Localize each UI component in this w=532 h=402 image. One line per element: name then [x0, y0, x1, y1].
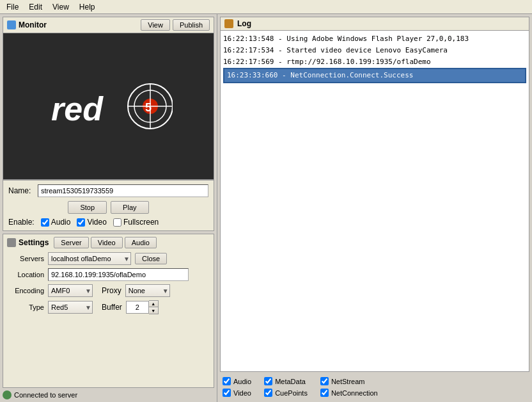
tab-audio[interactable]: Audio: [125, 237, 157, 248]
audio-checkbox[interactable]: [41, 218, 49, 227]
publish-button[interactable]: Publish: [173, 19, 210, 31]
video-checkbox[interactable]: [77, 218, 85, 227]
encoding-label: Encoding: [7, 287, 44, 294]
app-menu-edit[interactable]: Edit: [25, 3, 46, 12]
fullscreen-checkbox[interactable]: [113, 218, 121, 227]
metadata-label: MetaData: [275, 378, 306, 385]
video-bottom-label: Video: [233, 389, 251, 397]
name-input[interactable]: [38, 184, 208, 197]
video-cb-item: Video: [223, 389, 251, 397]
log-content[interactable]: 16:22:13:548 - Using Adobe Windows Flash…: [220, 30, 529, 372]
main-layout: Monitor View Publish red 5: [0, 14, 532, 402]
netconnection-cb-item: NetConnection: [320, 389, 378, 397]
left-panel: Monitor View Publish red 5: [0, 14, 217, 402]
log-entry: 16:22:13:548 - Using Adobe Windows Flash…: [223, 33, 526, 45]
close-button[interactable]: Close: [135, 253, 167, 264]
netconnection-checkbox[interactable]: [320, 389, 329, 397]
cuepoints-checkbox[interactable]: [264, 389, 272, 397]
monitor-buttons: View Publish: [141, 19, 210, 31]
monitor-canvas: red 5: [3, 33, 214, 180]
monitor-header: Monitor View Publish: [3, 17, 214, 33]
settings-label: Settings: [19, 238, 49, 247]
netstream-checkbox[interactable]: [320, 377, 329, 385]
checkbox-group-col3: NetStream NetConnection: [320, 377, 378, 397]
svg-text:5: 5: [145, 101, 152, 114]
spinner-down-button[interactable]: ▼: [149, 307, 158, 314]
settings-icon: [7, 238, 16, 247]
type-dropdown-wrap: Red5 ▼: [48, 301, 93, 314]
location-input[interactable]: [48, 268, 189, 281]
encoding-dropdown[interactable]: AMF0: [48, 284, 93, 297]
controls-section: Name: Stop Play Enable: Audio Video: [3, 180, 214, 231]
proxy-label: Proxy: [102, 286, 121, 295]
log-entry: 16:22:17:534 - Started video device Leno…: [223, 45, 526, 56]
enable-label: Enable:: [8, 218, 35, 227]
log-title: Log: [237, 19, 251, 28]
audio-cb-item: Audio: [223, 377, 251, 385]
status-text: Connected to server: [14, 391, 77, 399]
play-button[interactable]: Play: [111, 201, 148, 214]
audio-bottom-checkbox[interactable]: [223, 377, 231, 385]
type-buffer-row: Type Red5 ▼ Buffer ▲ ▼: [7, 300, 210, 314]
right-panel: Log 16:22:13:548 - Using Adobe Windows F…: [217, 14, 532, 402]
enable-row: Enable: Audio Video Fullscreen: [8, 218, 208, 227]
app-menu-help[interactable]: Help: [75, 3, 99, 12]
status-bar: Connected to server: [3, 390, 214, 399]
svg-text:red: red: [51, 90, 104, 127]
fullscreen-label: Fullscreen: [123, 218, 159, 227]
servers-dropdown-wrap: localhost oflaDemo ▼: [48, 252, 131, 265]
audio-label: Audio: [51, 218, 71, 227]
buffer-input[interactable]: [126, 301, 149, 314]
cuepoints-cb-item: CuePoints: [264, 389, 308, 397]
proxy-dropdown[interactable]: None: [125, 284, 170, 297]
location-label: Location: [7, 271, 44, 278]
metadata-checkbox[interactable]: [264, 377, 272, 385]
tab-video[interactable]: Video: [91, 237, 123, 248]
type-dropdown[interactable]: Red5: [48, 301, 93, 314]
metadata-cb-item: MetaData: [264, 377, 308, 385]
settings-tabs: Server Video Audio: [54, 237, 156, 248]
servers-row: Servers localhost oflaDemo ▼ Close: [7, 252, 210, 265]
log-entry: 16:22:17:569 - rtmp://92.168.10.199:1935…: [223, 56, 526, 68]
fullscreen-checkbox-item: Fullscreen: [113, 218, 159, 227]
app-menu-view[interactable]: View: [49, 3, 73, 12]
location-row: Location: [7, 268, 210, 281]
monitor-title: Monitor: [7, 20, 47, 29]
video-label: Video: [87, 218, 106, 227]
monitor-label: Monitor: [19, 20, 47, 29]
monitor-icon: [7, 20, 16, 29]
red5-logo: red 5: [45, 81, 173, 132]
spinner-buttons: ▲ ▼: [149, 300, 159, 314]
name-row: Name:: [8, 184, 208, 197]
checkbox-group-col2: MetaData CuePoints: [264, 377, 308, 397]
video-bottom-checkbox[interactable]: [223, 389, 231, 397]
log-icon: [224, 19, 233, 28]
encoding-proxy-row: Encoding AMF0 ▼ Proxy None ▼: [7, 284, 210, 297]
log-entry-highlighted: 16:23:33:660 - NetConnection.Connect.Suc…: [223, 68, 526, 83]
settings-section: Settings Server Video Audio Servers loca…: [3, 234, 214, 388]
tab-server[interactable]: Server: [54, 237, 88, 248]
app-menu-file[interactable]: File: [3, 3, 22, 12]
checkbox-group-col1: Audio Video: [223, 377, 251, 397]
netconnection-label: NetConnection: [331, 389, 378, 397]
servers-dropdown[interactable]: localhost oflaDemo: [48, 252, 131, 265]
proxy-dropdown-wrap: None ▼: [125, 284, 170, 297]
audio-checkbox-item: Audio: [41, 218, 71, 227]
netstream-label: NetStream: [331, 378, 365, 385]
servers-label: Servers: [7, 255, 44, 262]
buffer-label: Buffer: [102, 303, 122, 312]
stop-button[interactable]: Stop: [68, 201, 107, 214]
name-label: Name:: [8, 186, 34, 195]
netstream-cb-item: NetStream: [320, 377, 378, 385]
cuepoints-label: CuePoints: [275, 389, 308, 397]
action-button-row: Stop Play: [8, 201, 208, 214]
view-button[interactable]: View: [141, 19, 170, 31]
video-checkbox-item: Video: [77, 218, 106, 227]
status-icon: [3, 390, 12, 399]
buffer-spinner: ▲ ▼: [126, 300, 159, 314]
bottom-checkboxes: Audio Video MetaData CuePoints: [220, 372, 529, 399]
type-label: Type: [7, 303, 44, 311]
spinner-up-button[interactable]: ▲: [149, 301, 158, 307]
settings-header: Settings Server Video Audio: [7, 237, 210, 248]
log-header: Log: [220, 17, 529, 30]
